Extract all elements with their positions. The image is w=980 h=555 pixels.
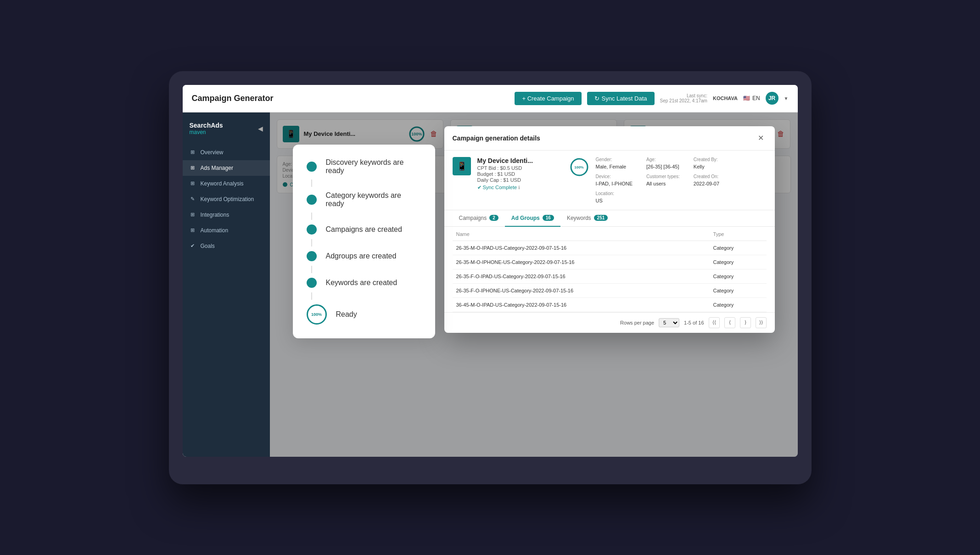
step-label-0: Discovery keywords are ready <box>326 158 421 175</box>
step-item-2: Campaigns are created <box>307 224 421 235</box>
step-dot-2 <box>307 224 317 235</box>
table-row[interactable]: 26-35-F-O-IPAD-US-Category-2022-09-07-15… <box>453 269 767 283</box>
modal-header: Campaign generation details ✕ <box>444 126 775 151</box>
step-item-1: Category keywords are ready <box>307 191 421 208</box>
integrations-icon: ⊞ <box>190 212 196 218</box>
table-row[interactable]: 26-35-M-O-IPAD-US-Category-2022-09-07-15… <box>453 241 767 255</box>
sidebar-item-integrations[interactable]: ⊞ Integrations <box>183 207 270 223</box>
step-connector-0 <box>311 179 312 187</box>
pagination-prev-button[interactable]: ⟨ <box>724 317 735 328</box>
main-layout: SearchAds maven ◀ ⊞ Overview ⊞ Ads Manag… <box>183 112 798 457</box>
modal-title: Campaign generation details <box>453 135 540 142</box>
sidebar: SearchAds maven ◀ ⊞ Overview ⊞ Ads Manag… <box>183 112 270 457</box>
step-item-4: Keywords are created <box>307 278 421 288</box>
content-area: 📱 My Device Identi... 100% 🗑 <box>270 112 798 457</box>
modal-table-area: Name Type 26-35-M-O-IPAD-US-Category-202… <box>444 227 775 312</box>
modal-campaign-ring: 100% <box>569 157 589 177</box>
step-item-0: Discovery keywords are ready <box>307 158 421 175</box>
tab-ad-groups[interactable]: Ad Groups 16 <box>505 210 560 227</box>
table-row[interactable]: 26-35-M-O-IPHONE-US-Category-2022-09-07-… <box>453 255 767 269</box>
step-dot-3 <box>307 251 317 261</box>
col-type: Type <box>710 227 767 241</box>
age-group: Age: [26-35] [36-45] Customer types: All… <box>646 157 680 203</box>
table-row[interactable]: 36-45-M-O-IPAD-US-Category-2022-09-07-15… <box>453 297 767 312</box>
sidebar-logo: SearchAds maven ◀ <box>183 117 270 145</box>
step-dot-1 <box>307 195 317 205</box>
step-connector-1 <box>311 213 312 220</box>
avatar[interactable]: JR <box>766 92 778 105</box>
sidebar-item-automation[interactable]: ⊞ Automation <box>183 223 270 238</box>
pagination-area: Rows per page 5 10 25 1-5 of 16 ⟨⟨ ⟨ ⟩ ⟩… <box>444 312 775 333</box>
step-badge-ready: 100% <box>307 304 327 325</box>
step-panel: Discovery keywords are ready Category ke… <box>293 145 435 338</box>
chevron-down-icon: ▼ <box>784 96 789 101</box>
step-label-1: Category keywords are ready <box>326 191 421 208</box>
sync-icon: ↻ <box>594 95 599 102</box>
sync-status: ✔ Sync Complete ℹ <box>477 185 563 191</box>
created-group: Created By: Kelly Created On: 2022-09-07 <box>694 157 719 203</box>
sidebar-item-overview[interactable]: ⊞ Overview <box>183 145 270 160</box>
table-row[interactable]: 26-35-F-O-IPHONE-US-Category-2022-09-07-… <box>453 283 767 297</box>
device-screen: Campaign Generator + Create Campaign ↻ S… <box>183 85 798 457</box>
tab-keywords[interactable]: Keywords 251 <box>560 210 614 227</box>
overview-icon: ⊞ <box>190 149 196 156</box>
flag-icon: 🇺🇸 <box>743 95 750 101</box>
sync-info: Last sync: Sep 21st 2022, 4:17am <box>660 93 707 103</box>
gender-group: Gender: Male, Female Device: I-PAD, I-PH… <box>596 157 633 203</box>
step-connector-2 <box>311 239 312 247</box>
col-name: Name <box>453 227 710 241</box>
modal-tabs: Campaigns 2 Ad Groups 16 Keywords 251 <box>444 210 775 227</box>
language-selector[interactable]: 🇺🇸 EN <box>743 95 760 101</box>
create-campaign-button[interactable]: + Create Campaign <box>515 92 581 105</box>
step-dot-0 <box>307 162 317 172</box>
app-header: Campaign Generator + Create Campaign ↻ S… <box>183 85 798 112</box>
sidebar-collapse-icon[interactable]: ◀ <box>258 125 263 132</box>
campaign-generation-modal: Campaign generation details ✕ 📱 My Devic… <box>444 126 775 333</box>
step-connector-3 <box>311 266 312 273</box>
ads-manager-icon: ⊞ <box>190 165 196 171</box>
page-title: Campaign Generator <box>192 94 510 103</box>
step-item-5: 100% Ready <box>307 304 421 325</box>
goals-icon: ✔ <box>190 243 196 249</box>
step-label-2: Campaigns are created <box>326 225 402 234</box>
step-label-4: Keywords are created <box>326 279 398 287</box>
modal-close-button[interactable]: ✕ <box>756 133 767 144</box>
step-item-3: Adgroups are created <box>307 251 421 261</box>
rows-per-page-select[interactable]: 5 10 25 <box>659 318 679 327</box>
pagination-last-button[interactable]: ⟩⟩ <box>756 317 767 328</box>
automation-icon: ⊞ <box>190 227 196 234</box>
tab-campaigns[interactable]: Campaigns 2 <box>453 210 505 227</box>
step-dot-4 <box>307 278 317 288</box>
step-label-3: Adgroups are created <box>326 252 397 260</box>
ad-groups-table: Name Type 26-35-M-O-IPAD-US-Category-202… <box>453 227 767 312</box>
step-connector-4 <box>311 292 312 300</box>
sidebar-item-ads-manager[interactable]: ⊞ Ads Manager <box>183 160 270 176</box>
modal-overlay: Discovery keywords are ready Category ke… <box>270 112 798 457</box>
campaign-attrs: Gender: Male, Female Device: I-PAD, I-PH… <box>596 157 767 203</box>
pagination-first-button[interactable]: ⟨⟨ <box>709 317 720 328</box>
pagination-next-button[interactable]: ⟩ <box>740 317 751 328</box>
device-frame: Campaign Generator + Create Campaign ↻ S… <box>169 71 812 484</box>
campaign-detail-section: 📱 My Device Identi... CPT Bid : $0.5 USD… <box>444 151 775 210</box>
sync-latest-data-button[interactable]: ↻ Sync Latest Data <box>587 92 655 105</box>
keyword-analysis-icon: ⊞ <box>190 180 196 187</box>
sidebar-item-goals[interactable]: ✔ Goals <box>183 238 270 254</box>
campaign-detail-icon: 📱 <box>453 157 471 175</box>
campaign-detail-info: My Device Identi... CPT Bid : $0.5 USD B… <box>477 157 563 191</box>
step-label-5: Ready <box>336 310 357 319</box>
sidebar-item-keyword-analysis[interactable]: ⊞ Keyword Analysis <box>183 176 270 191</box>
brand-label: KOCHAVA <box>713 95 738 101</box>
sidebar-item-keyword-optimization[interactable]: ✎ Keyword Optimization <box>183 191 270 207</box>
keyword-optimization-icon: ✎ <box>190 196 196 202</box>
